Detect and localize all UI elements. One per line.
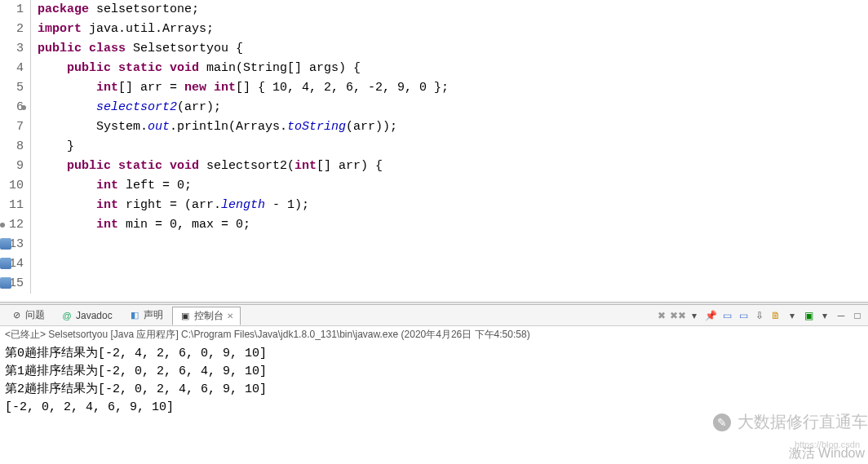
dropdown3-icon[interactable]: ▾ (817, 308, 832, 323)
console-line: 第0趟排序结果为[-2, 4, 2, 6, 0, 9, 10] (5, 345, 863, 363)
line-number: 9 (0, 157, 24, 176)
open-console-icon[interactable]: ▣ (801, 308, 816, 323)
tab-problems[interactable]: ⊘ 问题 (3, 306, 52, 325)
line-number: 1 (0, 0, 24, 20)
console-toolbar: ✖ ✖✖ ▾ 📌 ▭ ▭ ⇩ 🗎 ▾ ▣ ▾ ─ □ (654, 308, 865, 323)
source-code[interactable]: package selsetsortone;import java.util.A… (31, 0, 449, 294)
line-number: 15 (0, 274, 24, 294)
code-line[interactable]: } (38, 137, 449, 157)
display-alt-icon[interactable]: ▭ (736, 308, 751, 323)
maximize-icon[interactable]: □ (850, 308, 865, 323)
console-status: <已终止> Selsetsortyou [Java 应用程序] C:\Progr… (0, 326, 868, 343)
line-number: 4 (0, 59, 24, 78)
line-number-gutter: 123456789101112131415 (0, 0, 31, 294)
dropdown2-icon[interactable]: ▾ (785, 308, 799, 323)
line-number: 8 (0, 137, 24, 157)
editor-pane: 123456789101112131415 package selsetsort… (0, 0, 868, 302)
tab-label: Javadoc (76, 310, 113, 321)
console-line: [-2, 0, 2, 4, 6, 9, 10] (5, 399, 863, 417)
tab-declaration[interactable]: ◧ 声明 (122, 306, 170, 325)
code-line[interactable]: selectsort2(arr); (38, 98, 449, 117)
clear-icon[interactable]: 🗎 (768, 308, 783, 323)
tab-label: 问题 (25, 308, 45, 322)
tab-label: 声明 (144, 308, 163, 322)
tab-javadoc[interactable]: @ Javadoc (54, 307, 120, 324)
scroll-lock-icon[interactable]: ⇩ (752, 308, 767, 323)
line-number: 10 (0, 176, 24, 196)
bottom-tabs-row: ⊘ 问题 @ Javadoc ◧ 声明 ▣ 控制台 ✕ ✖ ✖✖ ▾ 📌 ▭ ▭… (0, 305, 868, 326)
line-number: 5 (0, 78, 24, 98)
activate-windows: 激活 Window (789, 445, 865, 462)
bottom-pane: ⊘ 问题 @ Javadoc ◧ 声明 ▣ 控制台 ✕ ✖ ✖✖ ▾ 📌 ▭ ▭… (0, 305, 868, 418)
console-output[interactable]: 第0趟排序结果为[-2, 4, 2, 6, 0, 9, 10]第1趟排序结果为[… (0, 343, 868, 418)
problems-icon: ⊘ (11, 310, 22, 321)
code-line[interactable]: System.out.println(Arrays.toString(arr))… (38, 117, 449, 137)
code-line[interactable]: package selsetsortone; (38, 0, 449, 20)
display-icon[interactable]: ▭ (720, 308, 734, 323)
line-number: 2 (0, 20, 24, 39)
code-line[interactable]: int left = 0; (38, 176, 449, 196)
code-line[interactable]: int min = 0, max = 0; (38, 215, 449, 235)
dropdown-icon[interactable]: ▾ (687, 308, 702, 323)
line-number: 3 (0, 39, 24, 59)
declaration-icon: ◧ (129, 310, 140, 321)
javadoc-icon: @ (61, 310, 73, 321)
line-number: 13 (0, 235, 24, 254)
code-line[interactable]: int right = (arr.length - 1); (38, 196, 449, 215)
tab-console[interactable]: ▣ 控制台 ✕ (172, 307, 241, 325)
code-line[interactable]: public static void selectsort2(int[] arr… (38, 157, 449, 176)
code-line[interactable]: public static void main(String[] args) { (38, 59, 449, 78)
close-icon[interactable]: ✕ (227, 312, 233, 320)
pin-icon[interactable]: 📌 (703, 308, 718, 323)
console-line: 第2趟排序结果为[-2, 0, 2, 4, 6, 9, 10] (5, 381, 863, 399)
remove-all-icon[interactable]: ✖✖ (671, 308, 685, 323)
console-icon: ▣ (179, 311, 191, 322)
line-number: 6 (0, 98, 24, 117)
tab-label: 控制台 (194, 309, 224, 323)
console-line: 第1趟排序结果为[-2, 0, 2, 6, 4, 9, 10] (5, 363, 863, 381)
line-number: 12 (0, 215, 24, 235)
minimize-icon[interactable]: ─ (834, 308, 848, 323)
line-number: 14 (0, 254, 24, 274)
remove-launch-icon[interactable]: ✖ (654, 308, 669, 323)
code-area[interactable]: 123456789101112131415 package selsetsort… (0, 0, 868, 294)
code-line[interactable]: int[] arr = new int[] { 10, 4, 2, 6, -2,… (38, 78, 449, 98)
code-line[interactable]: import java.util.Arrays; (38, 20, 449, 39)
line-number: 11 (0, 196, 24, 215)
code-line[interactable]: public class Selsetsortyou { (38, 39, 449, 59)
line-number: 7 (0, 117, 24, 137)
